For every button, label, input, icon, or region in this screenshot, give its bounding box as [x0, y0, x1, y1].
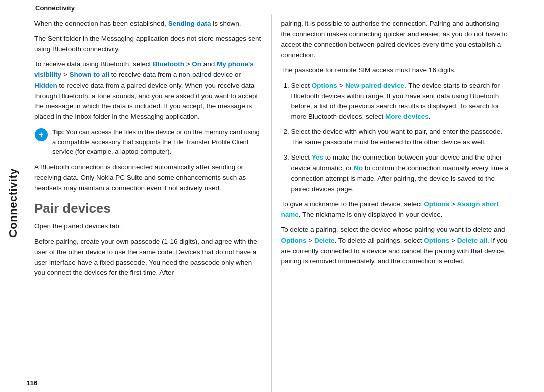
sidebar-text: Connectivity [7, 168, 20, 238]
options-link-2[interactable]: Options [424, 200, 449, 208]
header-title: Connectivity [35, 4, 75, 12]
right-para1: pairing, it is possible to authorise the… [281, 19, 509, 61]
options-link-3[interactable]: Options [281, 237, 307, 244]
right-para2: The passcode for remote SIM access must … [281, 65, 509, 76]
step-3: Select Yes to make the connection betwee… [291, 152, 509, 195]
delete-all-link[interactable]: Delete all [457, 237, 487, 244]
yes-link[interactable]: Yes [312, 153, 323, 161]
sending-data-link[interactable]: Sending data [168, 20, 211, 27]
new-paired-device-link[interactable]: New paired device [345, 82, 404, 89]
tip-label: Tip: [52, 128, 64, 136]
tip-icon: + [34, 128, 48, 142]
left-para2: The Sent folder in the Messaging applica… [34, 34, 262, 55]
tip-text: Tip: You can access the files in the dev… [52, 127, 262, 157]
step-1: Select Options > New paired device. The … [291, 81, 509, 123]
left-column: When the connection has been established… [26, 14, 272, 392]
sidebar-label: Connectivity [0, 14, 26, 392]
main-area: Connectivity When the connection has bee… [0, 14, 544, 392]
step-2: Select the device with which you want to… [291, 127, 509, 148]
no-link[interactable]: No [354, 164, 363, 172]
section-title: Pair devices [34, 201, 262, 216]
on-link[interactable]: On [192, 60, 201, 68]
shown-to-all-link[interactable]: Shown to all [69, 71, 109, 79]
options-link-1[interactable]: Options [312, 82, 337, 89]
options-link-4[interactable]: Options [424, 237, 449, 244]
tip-box: + Tip: You can access the files in the d… [34, 127, 262, 157]
left-para1: When the connection has been established… [34, 19, 262, 29]
more-devices-link[interactable]: More devices [385, 113, 429, 120]
hidden-link[interactable]: Hidden [34, 82, 57, 89]
left-para3: To receive data using Bluetooth, select … [34, 59, 262, 123]
page-number: 116 [26, 379, 38, 387]
steps-list: Select Options > New paired device. The … [281, 81, 509, 195]
right-para4: To delete a pairing, select the device w… [281, 225, 509, 267]
page-container: Connectivity Connectivity When the conne… [0, 0, 544, 392]
right-para3: To give a nickname to the paired device,… [281, 199, 509, 220]
left-para5: Open the paired devices tab. [34, 221, 262, 232]
columns: When the connection has been established… [26, 14, 544, 392]
svg-text:+: + [39, 130, 43, 139]
right-column: pairing, it is possible to authorise the… [272, 14, 545, 392]
bluetooth-link[interactable]: Bluetooth [153, 60, 184, 68]
delete-link[interactable]: Delete [314, 237, 335, 244]
left-para4: A Bluetooth connection is disconnected a… [34, 162, 262, 194]
left-para6: Before pairing, create your own passcode… [34, 237, 262, 279]
page-header: Connectivity [0, 0, 544, 14]
